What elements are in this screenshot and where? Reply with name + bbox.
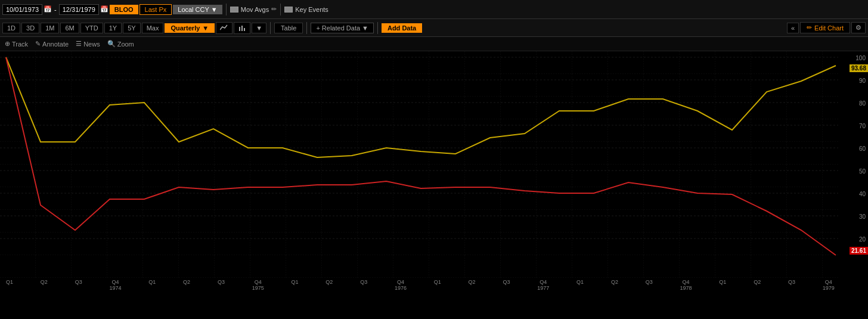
track-icon: ⊕ — [5, 40, 10, 48]
zoom-label: Zoom — [117, 41, 134, 48]
quarterly-label: Quarterly — [170, 24, 200, 32]
local-ccy-label: Local CCY — [178, 6, 209, 13]
x-label-q2-1978: Q2 — [611, 279, 618, 291]
key-events-color-box — [284, 7, 293, 13]
y-label-60: 60 — [859, 145, 866, 152]
news-tool[interactable]: ☰ News — [76, 40, 100, 48]
x-label-q4-1974: Q4 1974 — [109, 279, 121, 291]
news-label: News — [83, 41, 100, 48]
x-label-q1-1975: Q1 — [148, 279, 156, 291]
mov-avgs-label: Mov Avgs — [241, 6, 269, 13]
y-label-50: 50 — [859, 168, 866, 175]
last-px-button[interactable]: Last Px — [140, 4, 172, 15]
x-label-q2-1974: Q2 — [41, 279, 48, 291]
annotate-label: Annotate — [42, 41, 69, 48]
x-label-q4-1979: Q4 1979 — [823, 279, 835, 291]
toolbar-tools: ⊕ Track ✎ Annotate ☰ News 🔍 Zoom — [0, 37, 868, 51]
key-events-label: Key Events — [295, 6, 328, 13]
x-label-q1-1979: Q1 — [719, 279, 726, 291]
y-label-30: 30 — [859, 213, 866, 220]
period-1y[interactable]: 1Y — [104, 23, 122, 33]
annotate-icon: ✎ — [35, 40, 41, 48]
y-axis: 100 90 93.68 80 70 60 50 40 30 20 21.61 — [838, 51, 868, 278]
calendar-icon-end[interactable]: 📅 — [100, 5, 108, 13]
news-icon: ☰ — [76, 40, 82, 48]
dropdown-arrow-icon: ▼ — [211, 6, 218, 13]
x-label-q3-1976: Q3 — [360, 279, 367, 291]
x-label-q3-1979: Q3 — [788, 279, 795, 291]
date-separator: - — [53, 6, 58, 13]
y-label-100: 100 — [855, 55, 866, 61]
separator4 — [306, 22, 307, 34]
table-button[interactable]: Table — [274, 23, 303, 33]
key-events-toggle[interactable]: Key Events — [284, 6, 328, 13]
separator2 — [280, 4, 281, 16]
separator3 — [270, 22, 271, 34]
x-label-q1-1974: Q1 — [6, 279, 13, 291]
x-label-q3-1975: Q3 — [218, 279, 225, 291]
x-label-q2-1979: Q2 — [754, 279, 761, 291]
x-axis: Q1 Q2 Q3 Q4 1974 Q1 Q2 Q3 Q4 1 — [0, 278, 841, 296]
toolbar-date-range: 10/01/1973 📅 - 12/31/1979 📅 BLOO Last Px… — [0, 0, 868, 19]
chart-area: 100 90 93.68 80 70 60 50 40 30 20 21.61 … — [0, 51, 868, 296]
y-label-40: 40 — [859, 191, 866, 197]
period-6m[interactable]: 6M — [60, 23, 79, 33]
period-ytd[interactable]: YTD — [80, 23, 103, 33]
line-chart-button[interactable] — [216, 22, 232, 34]
related-data-button[interactable]: + Related Data ▼ — [311, 23, 374, 33]
pencil-icon: ✏ — [271, 5, 277, 13]
settings-button[interactable]: ⚙ — [851, 22, 866, 33]
quarterly-button[interactable]: Quarterly ▼ — [165, 23, 215, 33]
x-label-q4-1975: Q4 1975 — [252, 279, 264, 291]
x-label-q1-1978: Q1 — [576, 279, 584, 291]
end-date[interactable]: 12/31/1979 — [59, 4, 99, 15]
zoom-tool[interactable]: 🔍 Zoom — [107, 40, 134, 48]
mov-avgs-color-box — [230, 7, 238, 13]
date-range: 10/01/1973 📅 - 12/31/1979 📅 — [2, 4, 108, 15]
start-date[interactable]: 10/01/1973 — [2, 4, 42, 15]
x-label-q3-1977: Q3 — [503, 279, 510, 291]
plus-icon: + — [316, 24, 320, 32]
track-label: Track — [12, 41, 28, 48]
x-label-q3-1974: Q3 — [75, 279, 82, 291]
related-data-label: Related Data — [322, 24, 360, 32]
toolbar-period: 1D 3D 1M 6M YTD 1Y 5Y Max Quarterly ▼ ▼ … — [0, 19, 868, 37]
period-1d[interactable]: 1D — [2, 23, 20, 33]
x-label-q4-1976: Q4 1976 — [395, 279, 407, 291]
x-label-q4-1977: Q4 1977 — [537, 279, 549, 291]
zoom-icon: 🔍 — [107, 40, 116, 48]
quarterly-dropdown-icon: ▼ — [202, 24, 209, 32]
period-5y[interactable]: 5Y — [123, 23, 140, 33]
chart-type-dropdown[interactable]: ▼ — [252, 23, 266, 33]
yellow-value-label: 93.68 — [850, 64, 868, 72]
svg-rect-5 — [0, 51, 838, 278]
red-value-label: 21.61 — [850, 247, 868, 255]
bloomberg-button[interactable]: BLOO — [110, 5, 138, 14]
mov-avgs-toggle[interactable]: Mov Avgs ✏ — [230, 5, 277, 13]
period-max[interactable]: Max — [142, 23, 164, 33]
y-label-90: 90 — [859, 78, 866, 84]
annotate-tool[interactable]: ✎ Annotate — [35, 40, 69, 48]
local-ccy-button[interactable]: Local CCY ▼ — [173, 5, 222, 14]
y-label-20: 20 — [859, 236, 866, 243]
add-data-button[interactable]: Add Data — [382, 23, 422, 33]
pencil-edit-icon: ✏ — [807, 24, 812, 32]
collapse-button[interactable]: « — [787, 23, 799, 33]
x-label-q3-1978: Q3 — [646, 279, 653, 291]
separator1 — [226, 4, 227, 16]
y-label-70: 70 — [859, 123, 866, 129]
x-label-q2-1976: Q2 — [326, 279, 333, 291]
related-data-dropdown-icon: ▼ — [362, 24, 368, 32]
period-3d[interactable]: 3D — [21, 23, 39, 33]
bar-chart-button[interactable] — [234, 22, 250, 34]
x-label-q2-1977: Q2 — [469, 279, 476, 291]
x-label-q2-1975: Q2 — [183, 279, 190, 291]
period-1m[interactable]: 1M — [41, 23, 59, 33]
separator5 — [377, 22, 378, 34]
calendar-icon-start[interactable]: 📅 — [44, 5, 52, 13]
y-label-80: 80 — [859, 100, 866, 107]
chart-svg[interactable] — [0, 51, 868, 278]
edit-chart-button[interactable]: ✏ Edit Chart — [800, 22, 850, 33]
track-tool[interactable]: ⊕ Track — [5, 40, 28, 48]
edit-chart-label: Edit Chart — [814, 24, 844, 32]
